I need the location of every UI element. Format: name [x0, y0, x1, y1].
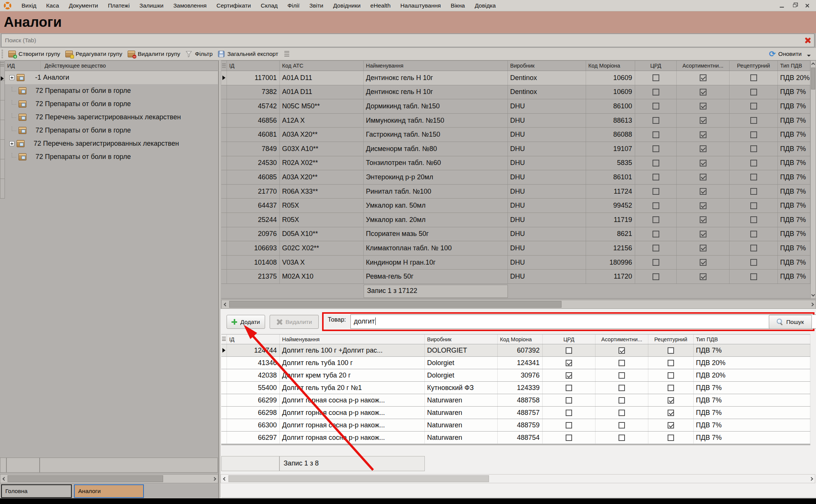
checkbox-recipe[interactable]	[750, 131, 757, 138]
checkbox-crd[interactable]	[652, 131, 659, 138]
cell-recipe[interactable]	[730, 199, 778, 213]
tree-horizontal-scrollbar[interactable]	[0, 474, 218, 483]
checkbox-recipe[interactable]	[668, 435, 674, 441]
cell-crd[interactable]	[635, 241, 677, 255]
cell-crd[interactable]	[543, 394, 595, 406]
table-row[interactable]: 25244R05XУмкалор кап. 20млDHU11719ПДВ 7%	[221, 213, 810, 227]
checkbox-assort[interactable]	[700, 131, 706, 138]
column-header[interactable]: Виробник	[508, 61, 586, 71]
cell-recipe[interactable]	[730, 185, 778, 199]
cell-crd[interactable]	[543, 357, 595, 369]
checkbox-recipe[interactable]	[750, 216, 757, 223]
checkbox-crd[interactable]	[652, 231, 659, 237]
checkbox-recipe[interactable]	[750, 188, 757, 195]
checkbox-crd[interactable]	[652, 89, 659, 96]
expand-plus-icon[interactable]	[9, 75, 14, 80]
create-group-button[interactable]: Створити групу	[8, 51, 60, 57]
cell-assort[interactable]	[677, 99, 730, 113]
tab-analogy[interactable]: Аналоги	[74, 484, 144, 498]
row-header-cell[interactable]	[221, 142, 227, 156]
column-header-id[interactable]: ИД	[5, 61, 41, 71]
cell-recipe[interactable]	[730, 85, 778, 99]
tree-row-header-cell[interactable]	[0, 120, 5, 140]
cell-recipe[interactable]	[730, 213, 778, 227]
table-row[interactable]: 46081A03A X20**Гастрокинд табл. №150DHU8…	[221, 128, 810, 142]
cell-assort[interactable]	[677, 128, 730, 142]
column-header[interactable]: Код Моріона	[498, 334, 543, 344]
table-row[interactable]: 21375M02A X10Ревма-гель 50гDHU11720ПДВ 7…	[221, 270, 810, 284]
tree-row[interactable]: 72Препараты от боли в горле	[5, 124, 218, 137]
checkbox-crd[interactable]	[652, 202, 659, 209]
table-row[interactable]: 66298Долгит горная сосна р-р накож...Nat…	[221, 407, 810, 419]
scroll-left-icon[interactable]	[0, 475, 7, 483]
cell-crd[interactable]	[635, 71, 677, 85]
table-row[interactable]: 7849G03X A10**Дисменорм табл. №80DHU1910…	[221, 142, 810, 156]
cell-crd[interactable]	[635, 142, 677, 156]
scroll-right-icon[interactable]	[808, 475, 815, 483]
checkbox-crd[interactable]	[566, 397, 572, 404]
checkbox-assort[interactable]	[700, 231, 706, 237]
checkbox-recipe[interactable]	[668, 372, 674, 379]
row-header-cell[interactable]	[221, 85, 227, 99]
column-header-substance[interactable]: Действующее вещество	[41, 61, 106, 71]
column-header[interactable]: Асортиментни...	[677, 61, 730, 71]
cell-crd[interactable]	[635, 128, 677, 142]
checkbox-assort[interactable]	[619, 410, 625, 416]
cell-crd[interactable]	[635, 270, 677, 284]
column-header[interactable]: Виробник	[425, 334, 498, 344]
table-row[interactable]: 42038Долгит крем туба 20 гDolorgiet30976…	[221, 369, 810, 382]
table-row[interactable]: 101408V03A XКиндинорм Н гран.10гDHU18099…	[221, 256, 810, 270]
column-header[interactable]: Рецептурний	[648, 334, 694, 344]
row-header-cell[interactable]	[221, 407, 227, 419]
row-header-cell[interactable]	[221, 382, 227, 394]
restore-button[interactable]	[790, 2, 799, 9]
checkbox-assort[interactable]	[619, 360, 625, 366]
row-header-cell[interactable]	[221, 241, 227, 255]
cell-recipe[interactable]	[648, 344, 694, 356]
checkbox-crd[interactable]	[652, 245, 659, 251]
checkbox-recipe[interactable]	[750, 174, 757, 180]
row-header-cell[interactable]	[221, 419, 227, 431]
checkbox-crd[interactable]	[652, 74, 659, 81]
checkbox-recipe[interactable]	[668, 385, 674, 391]
checkbox-recipe[interactable]	[750, 259, 757, 266]
row-header-cell[interactable]	[221, 114, 227, 128]
cell-crd[interactable]	[635, 114, 677, 128]
checkbox-crd[interactable]	[652, 188, 659, 195]
menu-item[interactable]: Налаштування	[395, 0, 446, 11]
cell-assort[interactable]	[677, 114, 730, 128]
table-row[interactable]: 21770R06A X33**Ринитал табл. №100DHU1172…	[221, 185, 810, 199]
checkbox-recipe[interactable]	[750, 202, 757, 209]
checkbox-assort[interactable]	[700, 245, 706, 251]
column-header[interactable]: Код АТС	[280, 61, 364, 71]
menu-item[interactable]: Філії	[282, 0, 304, 11]
row-header-cell[interactable]	[221, 128, 227, 142]
row-header-cell[interactable]	[221, 357, 227, 369]
table-row[interactable]: 46856A12A XИммунокинд табл. №150DHU88613…	[221, 114, 810, 128]
scroll-right-icon[interactable]	[809, 300, 816, 308]
checkbox-assort[interactable]	[700, 174, 706, 180]
tree-row[interactable]: 72Перечень зарегистрированных лекарствен	[5, 111, 218, 124]
refresh-button[interactable]: ⟳ Оновити	[769, 50, 802, 58]
checkbox-assort[interactable]	[619, 422, 625, 428]
menu-item[interactable]: Платежі	[103, 0, 135, 11]
cell-assort[interactable]	[595, 357, 648, 369]
cell-assort[interactable]	[677, 227, 730, 241]
menu-item[interactable]: Залишки	[134, 0, 168, 11]
search-input[interactable]: Поиск (Tab)	[1, 34, 814, 47]
checkbox-assort[interactable]	[700, 103, 706, 109]
column-header[interactable]: Асортиментни...	[595, 334, 648, 344]
tree-row-header-cell[interactable]	[0, 100, 5, 120]
checkbox-assort[interactable]	[700, 216, 706, 223]
table-row[interactable]: 106693G02C X02**Климактоплан табл. № 100…	[221, 241, 810, 256]
checkbox-assort[interactable]	[700, 74, 706, 81]
checkbox-assort[interactable]	[700, 160, 706, 166]
cell-recipe[interactable]	[730, 142, 778, 156]
row-header-cell[interactable]	[221, 344, 227, 356]
row-header-cell[interactable]	[221, 270, 227, 284]
checkbox-assort[interactable]	[700, 89, 706, 96]
cell-recipe[interactable]	[648, 357, 694, 369]
checkbox-assort[interactable]	[700, 188, 706, 195]
table-row[interactable]: 64437R05XУмкалор кап. 50млDHU99452ПДВ 7%	[221, 199, 810, 213]
cell-recipe[interactable]	[648, 432, 694, 444]
